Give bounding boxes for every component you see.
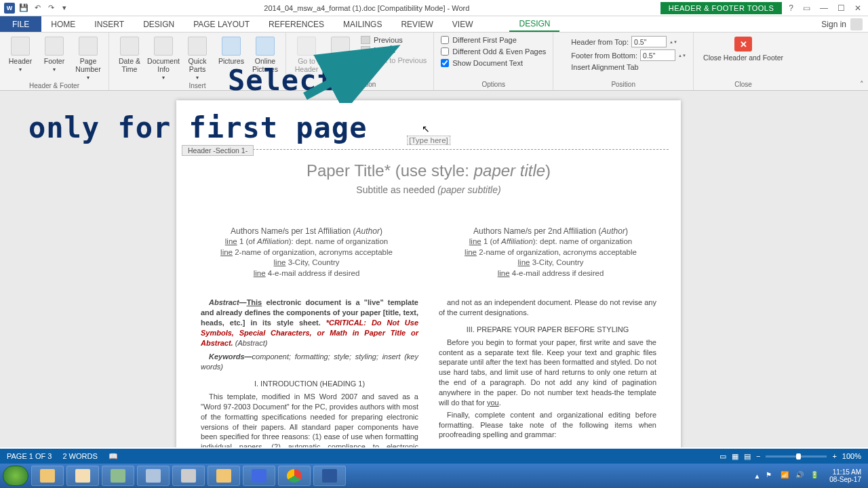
footer-bottom-icon [560,52,568,60]
save-icon[interactable]: 💾 [19,3,28,13]
avatar-icon [850,18,863,30]
windows-taskbar: ▲ ⚑ 📶 🔊 🔋 11:15 AM 08-Sep-17 [0,464,868,488]
taskbar-app3[interactable] [102,466,134,486]
taskbar-paint[interactable] [66,466,99,486]
zoom-level[interactable]: 100% [842,452,861,460]
tab-file[interactable]: FILE [0,16,41,32]
tab-page-layout[interactable]: PAGE LAYOUT [184,16,259,32]
zoom-out-icon[interactable]: − [756,452,760,460]
mouse-cursor-icon: ↖ [422,123,430,134]
header-divider [189,149,669,150]
tray-up-icon[interactable]: ▲ [753,472,760,480]
header-from-top-row: Header from Top: 0.5" ▲▼ [560,36,686,47]
paper-title: Paper Title* (use style: paper title) [201,161,656,180]
titlebar: W 💾 ↶ ↷ ▾ 2014_04_msw_a4_format (1).doc … [0,0,868,16]
header-placeholder[interactable]: [Type here] [407,136,450,145]
column-left: Abstract—This electronic document is a "… [201,298,418,447]
ribbon-tabs: FILE HOME INSERT DESIGN PAGE LAYOUT REFE… [0,16,868,33]
taskbar-math[interactable] [243,466,275,486]
goto-footer-button[interactable]: Go to Footer [324,35,357,73]
ribbon-display-icon[interactable]: ▭ [803,3,810,13]
goto-header-button[interactable]: Go to Header [290,35,323,73]
online-pictures-button[interactable]: Online Pictures [249,35,281,73]
undo-icon[interactable]: ↶ [33,3,42,13]
taskbar-clock[interactable]: 11:15 AM 08-Sep-17 [825,468,865,484]
show-document-text-checkbox[interactable]: Show Document Text [441,59,546,67]
taskbar-word[interactable] [313,466,346,486]
affiliation-1: Authors Name/s per 1st Affiliation (Auth… [201,226,412,279]
tab-hf-design[interactable]: DESIGN [509,16,559,32]
different-odd-even-checkbox[interactable]: Different Odd & Even Pages [441,47,546,56]
tray-network-icon[interactable]: 📶 [781,471,790,481]
word-app-icon: W [4,3,15,14]
window-controls: ? ▭ — ☐ ✕ [782,3,868,13]
redo-icon[interactable]: ↷ [46,3,56,13]
taskbar-folder[interactable] [208,466,240,486]
tab-references[interactable]: REFERENCES [259,16,334,32]
footer-button[interactable]: Footer▾ [38,35,71,73]
different-first-page-checkbox[interactable]: Different First Page [441,36,546,44]
footer-bottom-spinner[interactable]: ▲▼ [678,54,686,58]
collapse-ribbon-icon[interactable]: ˄ [860,80,864,89]
taskbar-chrome[interactable] [278,466,311,486]
paper-subtitle: Subtitle as needed (paper subtitle) [201,184,656,196]
header-section-tag: Header -Section 1- [182,145,254,156]
web-layout-icon[interactable]: ▤ [744,452,751,461]
tray-battery-icon[interactable]: 🔋 [810,471,820,481]
zoom-in-icon[interactable]: + [832,452,836,460]
tab-design[interactable]: DESIGN [134,16,184,32]
tray-volume-icon[interactable]: 🔊 [795,471,805,481]
footer-bottom-input[interactable]: 0.5" [640,49,675,61]
pictures-button[interactable]: Pictures [215,35,248,65]
tray-icon[interactable]: ⚑ [766,471,775,481]
affiliation-2: Authors Name/s per 2nd Affiliation (Auth… [445,226,656,279]
document-canvas[interactable]: Header -Section 1- ↖ [Type here] Paper T… [0,91,868,447]
read-mode-icon[interactable]: ▭ [719,452,726,461]
tab-review[interactable]: REVIEW [391,16,442,32]
next-button[interactable]: Next [361,46,427,54]
ribbon: Header▾ Footer▾ Page Number▾ Header & Fo… [0,33,868,91]
document-info-button[interactable]: Document Info▾ [147,35,180,81]
word-count[interactable]: 2 WORDS [62,452,97,460]
previous-button[interactable]: Previous [361,36,427,44]
print-layout-icon[interactable]: ▦ [732,452,738,461]
status-bar: PAGE 1 OF 3 2 WORDS 📖 ▭ ▦ ▤ − + 100% [0,449,868,464]
tab-mailings[interactable]: MAILINGS [334,16,391,32]
taskbar-explorer[interactable] [31,466,64,486]
close-header-footer-button[interactable]: ✕ Close Header and Footer [698,35,789,62]
taskbar-app4[interactable] [137,466,170,486]
page-number-button[interactable]: Page Number▾ [72,35,104,81]
quick-parts-button[interactable]: Quick Parts▾ [181,35,214,81]
close-icon: ✕ [734,37,752,52]
quick-access-toolbar: W 💾 ↶ ↷ ▾ [0,3,73,14]
tab-home[interactable]: HOME [41,16,85,32]
view-buttons: ▭ ▦ ▤ − + 100% [719,452,861,461]
spellcheck-icon[interactable]: 📖 [108,452,118,461]
maximize-icon[interactable]: ☐ [837,3,845,13]
group-options: Different First Page Different Odd & Eve… [434,33,553,90]
help-icon[interactable]: ? [789,3,793,13]
tab-view[interactable]: VIEW [443,16,483,32]
date-time-button[interactable]: Date & Time [113,35,146,73]
column-right: and not as an independent document. Plea… [439,298,656,447]
contextual-tab-label: HEADER & FOOTER TOOLS [660,2,783,14]
taskbar-app5[interactable] [172,466,205,486]
qat-customize-icon[interactable]: ▾ [60,3,69,13]
page-indicator[interactable]: PAGE 1 OF 3 [7,452,52,460]
footer-from-bottom-row: Footer from Bottom: 0.5" ▲▼ [560,49,686,61]
link-previous-button[interactable]: Link to Previous [361,56,427,64]
header-top-input[interactable]: 0.5" [631,36,667,47]
start-button[interactable] [3,466,28,486]
tab-insert[interactable]: INSERT [85,16,134,32]
group-header-footer: Header▾ Footer▾ Page Number▾ Header & Fo… [0,33,109,90]
header-top-spinner[interactable]: ▲▼ [669,40,677,44]
close-window-icon[interactable]: ✕ [854,3,861,13]
header-button[interactable]: Header▾ [4,35,37,73]
insert-alignment-tab-button[interactable]: Insert Alignment Tab [560,63,686,71]
minimize-icon[interactable]: — [820,3,828,13]
header-top-icon [560,38,568,46]
sign-in-link[interactable]: Sign in [816,16,868,32]
group-insert: Date & Time Document Info▾ Quick Parts▾ … [109,33,286,90]
system-tray: ▲ ⚑ 📶 🔊 🔋 11:15 AM 08-Sep-17 [753,468,865,484]
zoom-slider[interactable] [766,455,827,458]
